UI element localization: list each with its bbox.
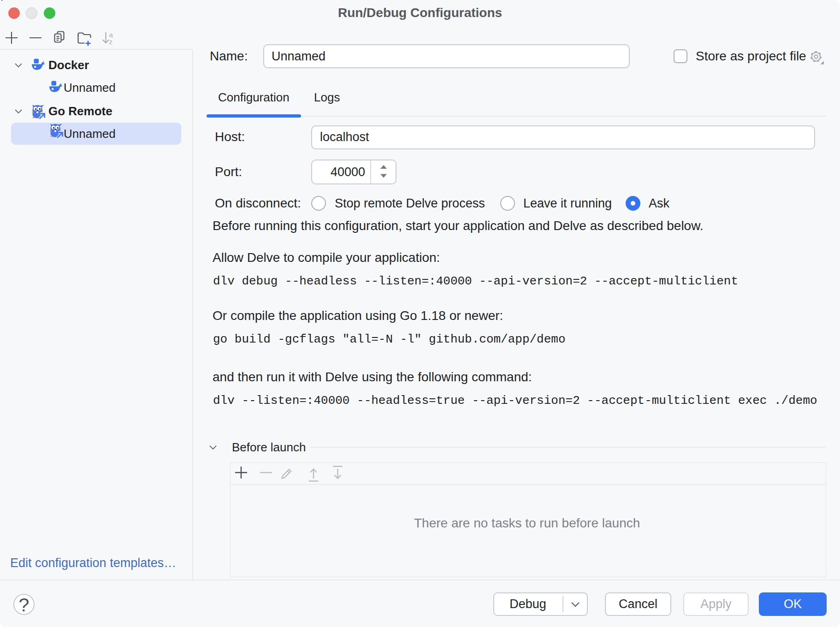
- svg-text:z: z: [109, 38, 113, 46]
